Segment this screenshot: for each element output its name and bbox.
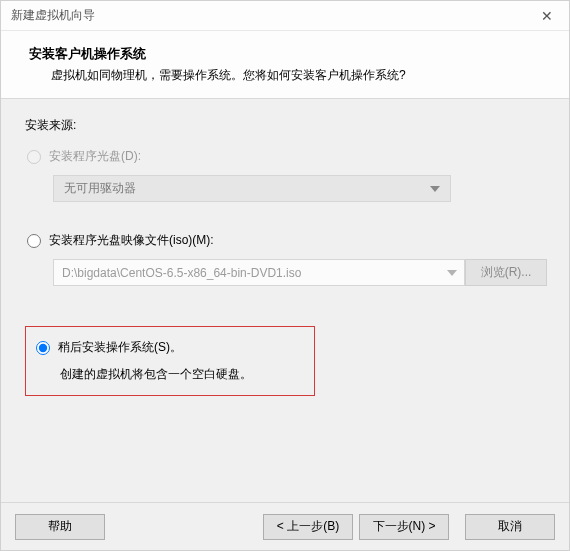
option-install-later[interactable]: 稍后安装操作系统(S)。: [36, 339, 296, 356]
radio-install-later[interactable]: [36, 341, 50, 355]
option-installer-disc[interactable]: 安装程序光盘(D):: [27, 148, 547, 165]
help-button[interactable]: 帮助: [15, 514, 105, 540]
option-install-later-label: 稍后安装操作系统(S)。: [58, 339, 182, 356]
iso-path-input[interactable]: [53, 259, 465, 286]
install-later-description: 创建的虚拟机将包含一个空白硬盘。: [60, 366, 296, 383]
window-title: 新建虚拟机向导: [11, 7, 95, 24]
content-area: 安装来源: 安装程序光盘(D): 无可用驱动器 安装程序光盘映像文件(iso)(…: [1, 99, 569, 396]
disc-drive-combo: 无可用驱动器: [53, 175, 451, 202]
option-installer-disc-label: 安装程序光盘(D):: [49, 148, 141, 165]
close-icon[interactable]: ✕: [524, 1, 569, 31]
radio-iso-file[interactable]: [27, 234, 41, 248]
wizard-header: 安装客户机操作系统 虚拟机如同物理机，需要操作系统。您将如何安装客户机操作系统?: [1, 31, 569, 99]
back-button[interactable]: < 上一步(B): [263, 514, 353, 540]
chevron-down-icon: [430, 186, 440, 192]
page-heading: 安装客户机操作系统: [29, 45, 541, 63]
cancel-button[interactable]: 取消: [465, 514, 555, 540]
source-label: 安装来源:: [25, 117, 547, 134]
option-iso-file[interactable]: 安装程序光盘映像文件(iso)(M):: [27, 232, 547, 249]
browse-button[interactable]: 浏览(R)...: [465, 259, 547, 286]
disc-drive-value: 无可用驱动器: [64, 180, 136, 197]
option-install-later-box: 稍后安装操作系统(S)。 创建的虚拟机将包含一个空白硬盘。: [25, 326, 315, 396]
option-iso-file-label: 安装程序光盘映像文件(iso)(M):: [49, 232, 214, 249]
wizard-footer: 帮助 < 上一步(B) 下一步(N) > 取消: [1, 502, 569, 550]
page-subtitle: 虚拟机如同物理机，需要操作系统。您将如何安装客户机操作系统?: [29, 67, 541, 84]
next-button[interactable]: 下一步(N) >: [359, 514, 449, 540]
radio-installer-disc[interactable]: [27, 150, 41, 164]
